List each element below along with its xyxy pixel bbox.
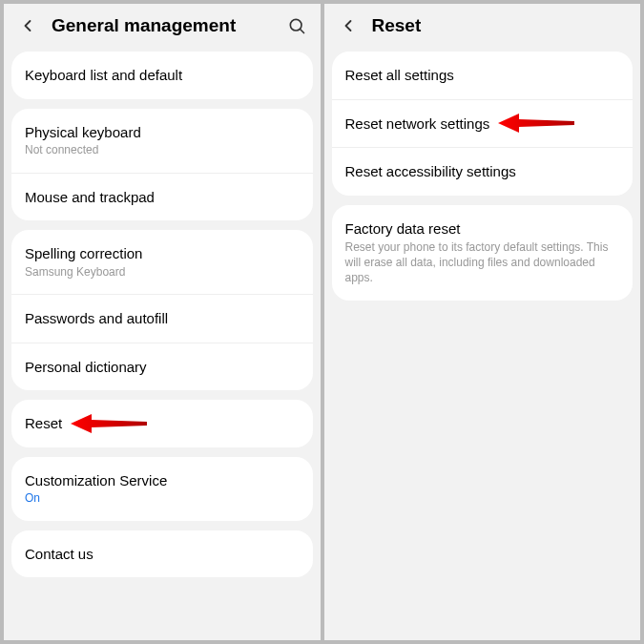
page-title: Reset (372, 15, 422, 36)
item-title: Factory data reset (345, 219, 620, 239)
item-reset-accessibility-settings[interactable]: Reset accessibility settings (332, 147, 634, 196)
item-title: Customization Service (25, 471, 300, 490)
settings-group: Keyboard list and default (11, 52, 313, 99)
item-passwords-autofill[interactable]: Passwords and autofill (11, 294, 313, 343)
settings-group: Contact us (11, 530, 313, 578)
item-title: Keyboard list and default (25, 66, 300, 85)
item-title: Reset accessibility settings (345, 162, 620, 181)
item-physical-keyboard[interactable]: Physical keyboard Not connected (11, 109, 313, 173)
item-title: Passwords and autofill (25, 309, 300, 328)
back-button[interactable] (17, 15, 38, 36)
settings-list: Reset all settings Reset network setting… (324, 52, 641, 640)
back-button[interactable] (338, 15, 359, 36)
chevron-left-icon (18, 16, 37, 35)
item-mouse-trackpad[interactable]: Mouse and trackpad (11, 173, 313, 221)
item-title: Reset network settings (345, 114, 620, 134)
search-button[interactable] (286, 15, 307, 36)
item-title: Physical keyboard (25, 123, 300, 142)
page-title: General management (52, 15, 236, 36)
item-factory-data-reset[interactable]: Factory data reset Reset your phone to i… (332, 205, 634, 301)
item-spelling-correction[interactable]: Spelling correction Samsung Keyboard (11, 230, 313, 294)
item-customization-service[interactable]: Customization Service On (11, 457, 313, 521)
item-subtitle: Samsung Keyboard (25, 265, 300, 280)
item-reset-network-settings[interactable]: Reset network settings (332, 99, 634, 148)
item-subtitle: On (25, 491, 300, 507)
settings-group: Physical keyboard Not connected Mouse an… (11, 109, 313, 221)
svg-line-1 (300, 30, 303, 33)
screen-general-management: General management Keyboard list and def… (4, 4, 321, 640)
settings-group: Factory data reset Reset your phone to i… (332, 205, 634, 301)
item-title: Personal dictionary (25, 358, 300, 377)
item-reset[interactable]: Reset (11, 400, 313, 447)
header: Reset (324, 4, 641, 52)
item-subtitle: Not connected (25, 143, 300, 158)
settings-list: Keyboard list and default Physical keybo… (4, 52, 321, 640)
settings-group: Customization Service On (11, 457, 313, 521)
search-icon (287, 16, 306, 35)
settings-group: Reset all settings Reset network setting… (332, 52, 634, 196)
item-personal-dictionary[interactable]: Personal dictionary (11, 343, 313, 391)
settings-group: Spelling correction Samsung Keyboard Pas… (11, 230, 313, 390)
settings-group: Reset (11, 400, 313, 447)
chevron-left-icon (339, 16, 358, 35)
item-title: Reset all settings (345, 66, 620, 85)
item-title: Contact us (25, 545, 300, 564)
item-description: Reset your phone to its factory default … (345, 239, 620, 286)
item-title: Mouse and trackpad (25, 188, 300, 207)
item-reset-all-settings[interactable]: Reset all settings (332, 52, 634, 99)
header: General management (4, 4, 321, 52)
item-contact-us[interactable]: Contact us (11, 530, 313, 578)
item-title: Reset (25, 414, 300, 433)
item-keyboard-list[interactable]: Keyboard list and default (11, 52, 313, 99)
screen-reset: Reset Reset all settings Reset network s… (324, 4, 641, 640)
item-title: Spelling correction (25, 244, 300, 263)
